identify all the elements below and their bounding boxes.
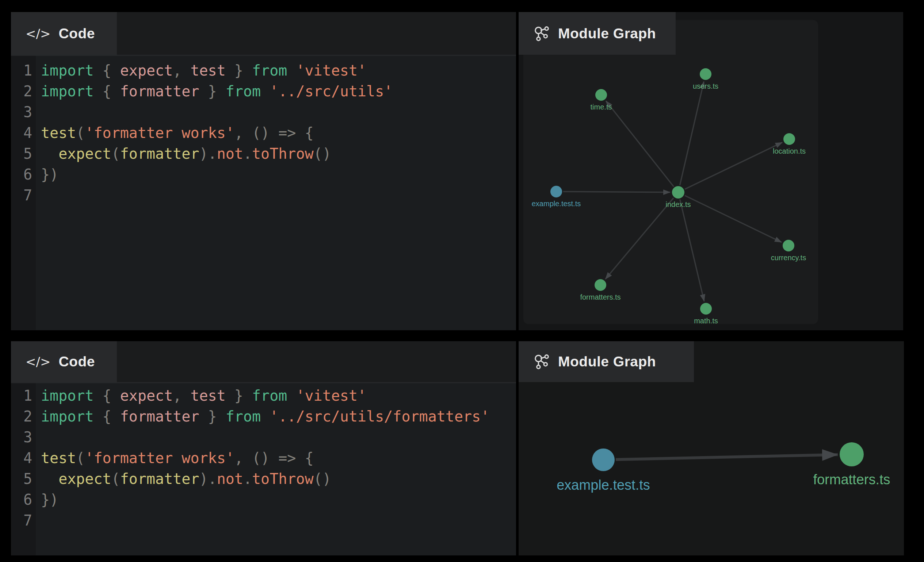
top-module-graph-panel: Module Graph users.tstime.tslocation.tse… — [519, 12, 903, 330]
line-number: 7 — [11, 510, 36, 531]
code-line: 3 — [11, 102, 516, 123]
top-code-header: </> Code — [11, 12, 516, 55]
line-number: 1 — [11, 60, 36, 81]
graph-node-time.ts[interactable] — [595, 89, 607, 101]
graph-node-formatters.ts[interactable] — [840, 442, 864, 466]
bottom-code-tab-label: Code — [58, 354, 95, 370]
graph-node-currency.ts[interactable] — [783, 240, 794, 251]
line-number: 1 — [11, 386, 36, 406]
code-line: 1import { expect, test } from 'vitest' — [11, 386, 516, 406]
graph-node-label: currency.ts — [771, 254, 806, 262]
graph-edge — [680, 81, 704, 185]
bottom-module-graph-panel: Module Graph example.test.tsformatters.t… — [519, 341, 904, 555]
graph-node-users.ts[interactable] — [700, 68, 711, 80]
graph-node-example.test.ts[interactable] — [592, 448, 615, 471]
line-number: 6 — [11, 164, 36, 185]
code-line: 6}) — [11, 489, 516, 510]
graph-node-label: time.ts — [591, 103, 612, 111]
top-code-editor: 1import { expect, test } from 'vitest'2i… — [11, 55, 516, 330]
graph-node-label: math.ts — [694, 317, 718, 325]
top-code-tab[interactable]: </> Code — [11, 12, 117, 55]
line-number: 7 — [11, 185, 36, 206]
code-line: 6}) — [11, 164, 516, 185]
graph-edge — [685, 196, 782, 242]
graph-node-label: formatters.ts — [813, 472, 890, 487]
line-number: 6 — [11, 489, 36, 510]
bottom-code-header: </> Code — [11, 341, 516, 382]
line-number: 3 — [11, 102, 36, 123]
stage: </> Code 1import { expect, test } from '… — [0, 0, 924, 562]
graph-node-location.ts[interactable] — [783, 133, 795, 145]
code-line: 7 — [11, 510, 516, 531]
line-number: 2 — [11, 406, 36, 427]
top-code-tab-label: Code — [58, 25, 95, 42]
code-icon: </> — [26, 26, 50, 41]
top-code-panel: </> Code 1import { expect, test } from '… — [11, 12, 516, 330]
top-module-graph: users.tstime.tslocation.tsexample.test.t… — [519, 12, 903, 330]
code-line: 7 — [11, 185, 516, 206]
line-number: 3 — [11, 427, 36, 448]
graph-edge — [605, 198, 674, 279]
code-icon: </> — [26, 354, 50, 369]
code-line: 5 expect(formatter).not.toThrow() — [11, 143, 516, 164]
graph-edge — [685, 142, 782, 189]
graph-node-math.ts[interactable] — [700, 303, 712, 315]
graph-node-label: location.ts — [773, 147, 806, 155]
code-line: 3 — [11, 427, 516, 448]
graph-edge — [616, 455, 838, 459]
graph-edge — [563, 191, 670, 192]
line-number: 5 — [11, 469, 36, 489]
bottom-code-panel: </> Code 1import { expect, test } from '… — [11, 341, 516, 555]
line-number: 4 — [11, 448, 36, 469]
graph-node-label: example.test.ts — [532, 200, 581, 208]
bottom-module-graph: example.test.tsformatters.ts — [519, 341, 904, 555]
graph-node-example.test.ts[interactable] — [550, 186, 562, 197]
code-line: 4test('formatter works', () => { — [11, 448, 516, 469]
line-number: 5 — [11, 143, 36, 164]
code-line: 1import { expect, test } from 'vitest' — [11, 60, 516, 81]
graph-node-index.ts[interactable] — [672, 186, 684, 199]
code-line: 5 expect(formatter).not.toThrow() — [11, 469, 516, 489]
graph-node-formatters.ts[interactable] — [595, 279, 606, 291]
graph-node-label: index.ts — [666, 200, 691, 208]
code-line: 2import { formatter } from '../src/utils… — [11, 406, 516, 427]
graph-node-label: example.test.ts — [556, 477, 650, 493]
graph-node-label: formatters.ts — [580, 293, 621, 301]
graph-edge — [680, 199, 704, 301]
code-line: 2import { formatter } from '../src/utils… — [11, 81, 516, 102]
bottom-code-editor: 1import { expect, test } from 'vitest'2i… — [11, 382, 516, 555]
line-number: 4 — [11, 123, 36, 143]
code-line: 4test('formatter works', () => { — [11, 123, 516, 143]
bottom-code-tab[interactable]: </> Code — [11, 341, 117, 382]
graph-edge — [606, 101, 674, 187]
graph-node-label: users.ts — [693, 82, 718, 90]
line-number: 2 — [11, 81, 36, 102]
